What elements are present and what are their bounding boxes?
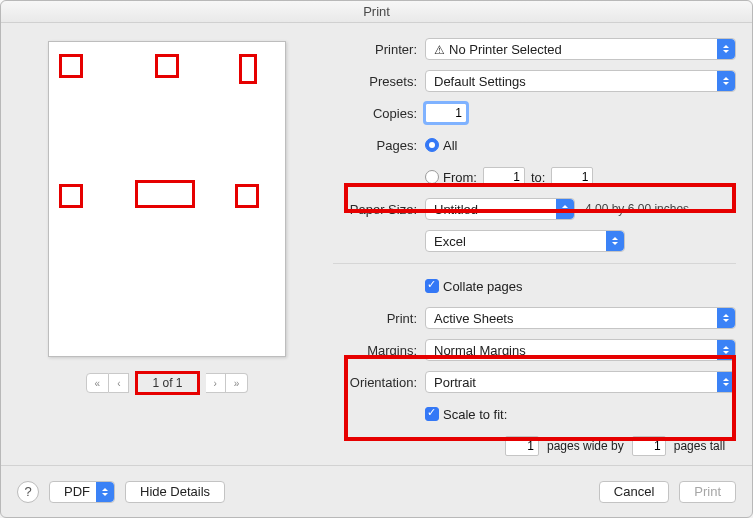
chevron-updown-icon bbox=[717, 372, 735, 392]
highlight-box bbox=[59, 54, 83, 78]
highlight-box bbox=[59, 184, 83, 208]
divider bbox=[333, 263, 736, 264]
hide-details-button[interactable]: Hide Details bbox=[125, 481, 225, 503]
chevron-updown-icon bbox=[717, 308, 735, 328]
pager-last-button[interactable]: » bbox=[226, 373, 249, 393]
cancel-button[interactable]: Cancel bbox=[599, 481, 669, 503]
printer-select[interactable]: No Printer Selected bbox=[425, 38, 736, 60]
paper-size-select[interactable]: Untitled bbox=[425, 198, 575, 220]
window-title: Print bbox=[1, 1, 752, 23]
highlight-box bbox=[239, 54, 257, 84]
pdf-menu-button[interactable]: PDF bbox=[49, 481, 115, 503]
app-select[interactable]: Excel bbox=[425, 230, 625, 252]
margins-select[interactable]: Normal Margins bbox=[425, 339, 736, 361]
margins-label: Margins: bbox=[333, 343, 425, 358]
pages-all-radio[interactable] bbox=[425, 138, 439, 152]
orientation-select[interactable]: Portrait bbox=[425, 371, 736, 393]
orientation-label: Orientation: bbox=[333, 375, 425, 390]
paper-size-value: Untitled bbox=[434, 202, 478, 217]
printer-value: No Printer Selected bbox=[449, 42, 562, 57]
highlight-box bbox=[235, 184, 259, 208]
dialog-footer: ? PDF Hide Details Cancel Print bbox=[1, 465, 752, 517]
scale-to-fit-checkbox[interactable] bbox=[425, 407, 439, 421]
print-what-select[interactable]: Active Sheets bbox=[425, 307, 736, 329]
app-value: Excel bbox=[434, 234, 466, 249]
margins-value: Normal Margins bbox=[434, 343, 526, 358]
pages-label: Pages: bbox=[333, 138, 425, 153]
pages-from-label: From: bbox=[443, 170, 477, 185]
pages-wide-input[interactable] bbox=[505, 436, 539, 456]
copies-input[interactable] bbox=[425, 103, 467, 123]
chevron-updown-icon bbox=[556, 199, 574, 219]
pages-from-input[interactable] bbox=[483, 167, 525, 187]
chevron-updown-icon bbox=[717, 39, 735, 59]
presets-label: Presets: bbox=[333, 74, 425, 89]
pdf-button-label: PDF bbox=[64, 484, 90, 499]
help-button[interactable]: ? bbox=[17, 481, 39, 503]
presets-select[interactable]: Default Settings bbox=[425, 70, 736, 92]
chevron-updown-icon bbox=[96, 482, 114, 502]
chevron-updown-icon bbox=[717, 340, 735, 360]
preview-page bbox=[48, 41, 286, 357]
presets-value: Default Settings bbox=[434, 74, 526, 89]
print-button[interactable]: Print bbox=[679, 481, 736, 503]
chevron-updown-icon bbox=[717, 71, 735, 91]
pages-tall-label: pages tall bbox=[674, 439, 725, 453]
print-form: Printer: No Printer Selected Presets: De… bbox=[317, 35, 736, 453]
print-what-value: Active Sheets bbox=[434, 311, 514, 326]
highlight-box bbox=[135, 180, 195, 208]
chevron-updown-icon bbox=[606, 231, 624, 251]
pages-to-label: to: bbox=[531, 170, 545, 185]
orientation-value: Portrait bbox=[434, 375, 476, 390]
pages-from-radio[interactable] bbox=[425, 170, 439, 184]
copies-label: Copies: bbox=[333, 106, 425, 121]
pages-tall-input[interactable] bbox=[632, 436, 666, 456]
pager-first-button[interactable]: « bbox=[86, 373, 110, 393]
warning-icon bbox=[434, 42, 449, 57]
printer-label: Printer: bbox=[333, 42, 425, 57]
pager-label: 1 of 1 bbox=[135, 371, 199, 395]
highlight-box bbox=[155, 54, 179, 78]
preview-pager: « ‹ 1 of 1 › » bbox=[86, 371, 249, 395]
print-dialog: Print « ‹ 1 of 1 › » Printer: bbox=[0, 0, 753, 518]
pages-all-label: All bbox=[443, 138, 457, 153]
preview-pane: « ‹ 1 of 1 › » bbox=[17, 35, 317, 453]
pages-to-input[interactable] bbox=[551, 167, 593, 187]
pager-prev-button[interactable]: ‹ bbox=[109, 373, 129, 393]
print-what-label: Print: bbox=[333, 311, 425, 326]
pager-next-button[interactable]: › bbox=[206, 373, 226, 393]
collate-checkbox[interactable] bbox=[425, 279, 439, 293]
paper-dimensions: 4.00 by 6.00 inches bbox=[585, 202, 689, 216]
paper-size-label: Paper Size: bbox=[333, 202, 425, 217]
scale-to-fit-label: Scale to fit: bbox=[443, 407, 507, 422]
collate-label: Collate pages bbox=[443, 279, 523, 294]
pages-wide-label: pages wide by bbox=[547, 439, 624, 453]
